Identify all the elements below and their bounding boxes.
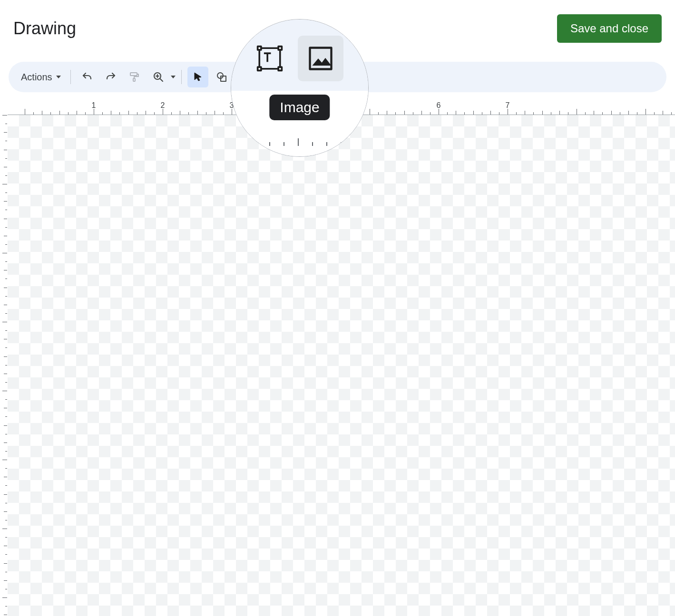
paint-roller-icon xyxy=(129,71,140,83)
drawing-canvas[interactable] xyxy=(8,115,675,616)
tooltip-label: Image xyxy=(280,99,319,115)
cursor-icon xyxy=(192,71,204,83)
undo-icon xyxy=(81,71,93,83)
redo-button[interactable] xyxy=(100,67,121,87)
svg-rect-7 xyxy=(221,76,226,81)
page-title: Drawing xyxy=(13,19,76,38)
save-and-close-button[interactable]: Save and close xyxy=(557,14,662,43)
svg-rect-15 xyxy=(310,48,332,69)
select-tool-button[interactable] xyxy=(187,67,208,87)
actions-label: Actions xyxy=(21,72,52,83)
svg-rect-0 xyxy=(130,73,137,76)
zoom-in-icon xyxy=(153,71,164,83)
shape-icon xyxy=(216,71,227,83)
svg-rect-8 xyxy=(259,48,280,69)
svg-rect-11 xyxy=(258,67,261,70)
ruler-number: 1 xyxy=(92,101,96,110)
separator xyxy=(181,70,182,84)
svg-line-3 xyxy=(160,78,163,81)
text-box-tool-button[interactable] xyxy=(256,45,284,72)
image-icon xyxy=(306,44,335,73)
magnifier-overlay: Image xyxy=(231,19,369,157)
ruler-number: 7 xyxy=(506,101,510,110)
text-box-icon xyxy=(256,45,284,72)
undo-button[interactable] xyxy=(77,67,98,87)
tooltip: Image xyxy=(269,95,330,120)
ruler-number: 6 xyxy=(437,101,441,110)
zoom-button[interactable] xyxy=(148,67,169,87)
ruler-number: 2 xyxy=(161,101,165,110)
caret-down-icon xyxy=(171,76,176,78)
svg-rect-1 xyxy=(133,78,135,81)
svg-rect-9 xyxy=(258,47,261,50)
zoom-control[interactable] xyxy=(148,67,176,87)
svg-rect-10 xyxy=(278,47,282,50)
redo-icon xyxy=(105,71,117,83)
actions-menu-button[interactable]: Actions xyxy=(17,69,65,86)
separator xyxy=(70,70,71,84)
paint-format-button[interactable] xyxy=(124,67,145,87)
image-tool-button[interactable] xyxy=(298,36,343,81)
shape-tool-button[interactable] xyxy=(211,67,232,87)
svg-rect-12 xyxy=(278,67,282,70)
caret-down-icon xyxy=(56,76,61,78)
